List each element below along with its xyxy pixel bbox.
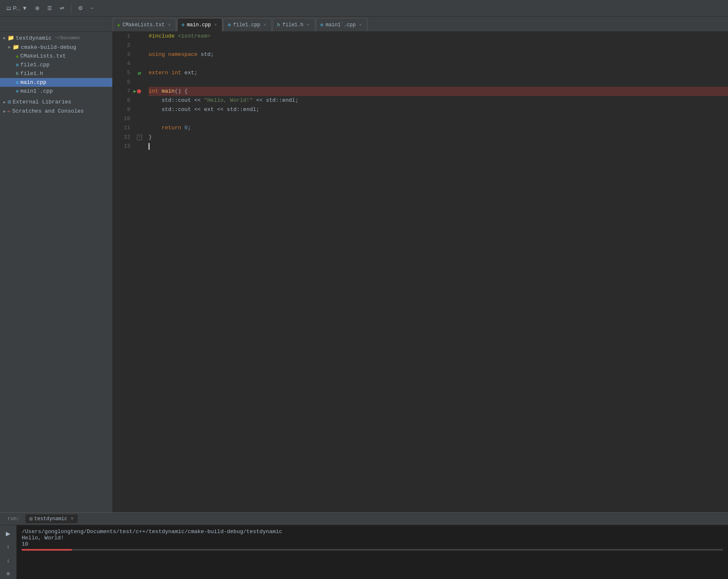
project-dropdown[interactable]: 🗂 P... ▼ (3, 3, 30, 13)
tab-file1-cpp-label: file1.cpp (233, 22, 260, 28)
terminal-10: 10 (22, 541, 28, 547)
tab-main1-cpp[interactable]: ⚙ main1`.cpp × (316, 18, 367, 31)
tab-main-cpp-label: main.cpp (187, 22, 211, 28)
dcolon-8a: :: (172, 96, 178, 105)
minimize-button[interactable]: − (88, 3, 96, 13)
bottom-tab-testdynamic[interactable]: ▤ testdynamic × (25, 514, 78, 523)
sidebar-item-file1-h[interactable]: h file1.h (0, 69, 112, 78)
terminal-area[interactable]: /Users/gonglongteng/Documents/test/c++/t… (17, 525, 728, 579)
sidebar-item-file1-cpp[interactable]: ⚙ file1.cpp (0, 60, 112, 69)
sidebar-item-external-libs[interactable]: ▶ ⊞ External Libraries (0, 97, 112, 107)
sidebar-label-main-cpp: main.cpp (20, 79, 46, 86)
wrap-btn[interactable]: ≡ (5, 569, 11, 579)
sidebar: ▶ 📁 testdynamic ~/Documen ▶ 📁 cmake-buil… (0, 32, 113, 512)
tab-main-cpp[interactable]: ⚙ main.cpp × (177, 18, 222, 31)
std-cout-8: std (162, 96, 171, 105)
tab-file1-cpp-close[interactable]: × (263, 23, 267, 28)
reformat-icon: ⇌ (60, 5, 64, 11)
code-line-3: using namespace std ; (149, 50, 728, 59)
scroll-up-btn[interactable]: ↑ (5, 542, 11, 552)
brace-close-12: } (149, 133, 152, 142)
kw-int-ext: int (172, 68, 181, 78)
tab-file1-h-close[interactable]: × (306, 23, 311, 28)
brace-open: { (185, 87, 188, 96)
code-line-9: std :: cout << ext << std :: endl ; (149, 105, 728, 114)
sidebar-item-scratches[interactable]: ▶ ✏ Scratches and Consoles (0, 107, 112, 116)
code-area[interactable]: #include <iostream> using namespace std … (145, 32, 728, 512)
h-icon-file1: h (277, 23, 280, 28)
tab-cmake-close[interactable]: × (167, 23, 172, 28)
bottom-tab-close[interactable]: × (71, 516, 73, 522)
std-endl-9a: std (227, 105, 236, 114)
code-line-13 (149, 142, 728, 151)
toolbar-divider (71, 4, 71, 13)
num-zero: 0 (185, 123, 188, 133)
code-line-8: std :: cout << "Hello, World!" << std ::… (149, 96, 728, 105)
sidebar-arrow-ext: ▶ (3, 100, 6, 105)
lshift-8b: << (256, 96, 263, 105)
var-ext-9: ext (204, 105, 214, 114)
tab-main1-cpp-close[interactable]: × (358, 23, 363, 28)
tabs-bar: ▲ CMakeLists.txt × ⚙ main.cpp × ⚙ file1.… (0, 17, 728, 32)
reformat-button[interactable]: ⇌ (57, 3, 67, 13)
editor-area[interactable]: 1 2 3 4 5 6 7 8 9 10 11 12 13 (113, 32, 728, 512)
tab-file1-h[interactable]: h file1.h × (273, 18, 315, 31)
main-layout: ▶ 📁 testdynamic ~/Documen ▶ 📁 cmake-buil… (0, 32, 728, 512)
swap-icon: ⇄ (138, 70, 141, 77)
sync-icon: ⊕ (35, 5, 40, 11)
cpp-icon-file1: ⚙ (228, 22, 231, 28)
terminal-path-line: /Users/gonglongteng/Documents/test/c++/t… (22, 529, 723, 535)
sidebar-item-main-cpp[interactable]: ⚙ main.cpp (0, 78, 112, 87)
sidebar-label-scratches: Scratches and Consoles (12, 108, 84, 114)
tab-cmake-label: CMakeLists.txt (123, 22, 165, 28)
code-line-1: #include <iostream> (149, 32, 728, 41)
run-label-text: run: (8, 516, 20, 522)
sidebar-label-file1-cpp: file1.cpp (20, 62, 50, 68)
settings-button[interactable]: ⚙ (76, 3, 86, 13)
code-line-4 (149, 59, 728, 68)
dcolon-9b: :: (237, 105, 243, 114)
std-endl-8a: std (266, 96, 276, 105)
cpp-file-icon-main: ⚙ (16, 80, 19, 85)
bottom-tab-run-label: run: (3, 515, 24, 523)
build-button[interactable]: ☰ (45, 3, 55, 13)
std-name: std (201, 50, 210, 59)
semicolon-3: ; (210, 50, 214, 59)
code-line-10 (149, 114, 728, 123)
lshift-9b: << (217, 105, 224, 114)
editor-content: 1 2 3 4 5 6 7 8 9 10 11 12 13 (113, 32, 728, 512)
terminal-output-line-2: 10 (22, 541, 723, 547)
bottom-tabs: run: ▤ testdynamic × (0, 513, 728, 525)
progress-bar (22, 549, 72, 551)
kw-namespace: namespace (168, 50, 197, 59)
sidebar-path: ~/Documen (55, 35, 80, 40)
terminal-path-text: /Users/gonglongteng/Documents/test/c++/t… (22, 529, 282, 535)
scroll-down-btn[interactable]: ↓ (5, 555, 11, 565)
fold-icon: − (137, 135, 142, 140)
tab-cmake[interactable]: ▲ CMakeLists.txt × (113, 18, 176, 31)
sidebar-item-main1-cpp[interactable]: ⚙ main1`.cpp (0, 87, 112, 96)
cpp-file-icon-main1: ⚙ (16, 88, 19, 94)
run-btn[interactable]: ▶ (4, 529, 12, 539)
sidebar-label-testdynamic: testdynamic (16, 35, 52, 41)
tab-main-cpp-close[interactable]: × (213, 23, 218, 28)
code-line-7: int main () { (149, 87, 728, 96)
func-main: main (162, 87, 174, 96)
project-label: P... (13, 5, 20, 11)
tab-file1-cpp[interactable]: ⚙ file1.cpp × (223, 18, 272, 31)
terminal-hello: Hello, World! (22, 535, 64, 541)
endl-8: endl (282, 96, 295, 105)
sidebar-item-testdynamic[interactable]: ▶ 📁 testdynamic ~/Documen (0, 33, 112, 43)
sync-button[interactable]: ⊕ (33, 3, 42, 13)
dcolon-8b: :: (276, 96, 282, 105)
bottom-tab-testdynamic-label: testdynamic (34, 516, 67, 522)
kw-extern: extern (149, 68, 168, 78)
sidebar-item-cmake-build[interactable]: ▶ 📁 cmake-build-debug (0, 43, 112, 52)
sidebar-item-cmakelists[interactable]: ▲ CMakeLists.txt (0, 52, 112, 60)
editor-gutter: ⇄ ▶ − (134, 32, 145, 512)
scratch-icon: ✏ (8, 108, 10, 114)
bottom-content: ▶ ↑ ↓ ≡ /Users/gonglongteng/Documents/te… (0, 525, 728, 579)
code-line-12: } (149, 133, 728, 142)
sidebar-label-ext-libs: External Libraries (13, 99, 71, 105)
semicolon-9: ; (256, 105, 260, 114)
